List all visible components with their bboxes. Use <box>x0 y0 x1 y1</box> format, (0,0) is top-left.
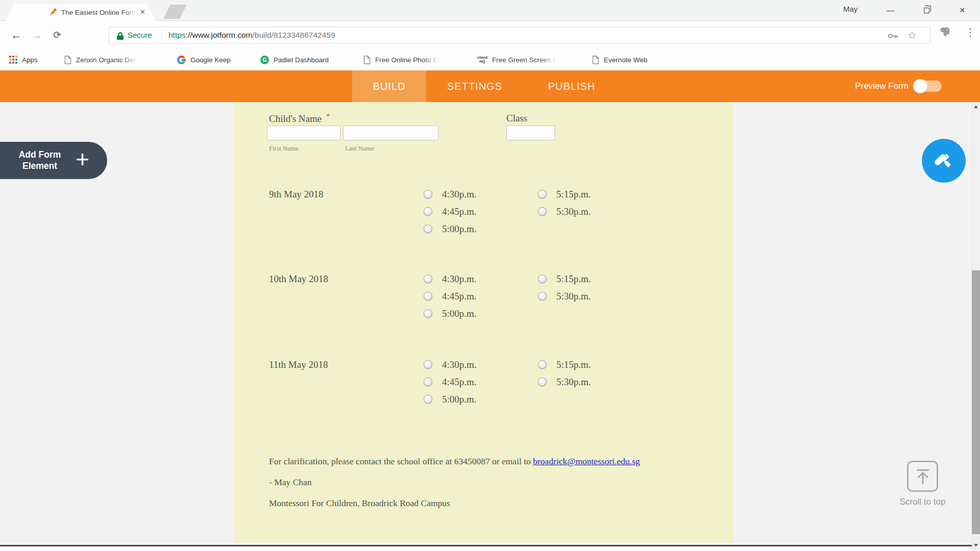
radio-option-label[interactable]: 5:15p.m. <box>556 186 591 203</box>
tab-close-icon[interactable]: ✕ <box>140 8 145 16</box>
chrome-menu-icon[interactable]: ⋮ <box>965 26 975 38</box>
radio-option-label[interactable]: 4:45p.m. <box>442 288 477 305</box>
evernote-extension-icon[interactable] <box>938 26 951 38</box>
paint-roller-icon <box>932 148 956 173</box>
scroll-to-top-button[interactable] <box>907 461 938 492</box>
jotform-pencil-favicon-icon <box>48 8 58 17</box>
titlebar: The Easiest Online Form B ✕ May — ✕ <box>0 0 980 21</box>
radio-option-label[interactable]: 5:15p.m. <box>556 356 591 373</box>
browser-tab[interactable]: The Easiest Online Form B ✕ <box>5 4 156 21</box>
class-input[interactable] <box>506 126 555 140</box>
radio-option-label[interactable]: 5:15p.m. <box>556 270 591 288</box>
url-text: https://www.jotform.com/build/8123348674… <box>168 31 335 40</box>
bookmark-google-keep[interactable]: Google Keep <box>177 53 231 67</box>
address-bar[interactable]: Secure https://www.jotform.com/build/812… <box>109 27 930 44</box>
bookmark-label: Zenxin Organic Deliv <box>76 56 140 64</box>
bookmark-label: Google Keep <box>190 56 231 64</box>
radio-9may-530[interactable] <box>538 207 547 216</box>
bookmark-evernote-web[interactable]: Evernote Web <box>592 53 647 67</box>
radio-option-label[interactable]: 5:30p.m. <box>556 288 591 305</box>
radio-11may-515[interactable] <box>538 360 547 369</box>
radio-11may-530[interactable] <box>538 378 547 386</box>
back-icon[interactable]: ← <box>8 27 24 43</box>
add-form-element-label: Add Form Element <box>7 149 72 172</box>
last-name-sublabel: Last Name <box>345 144 374 153</box>
toggle-knob <box>913 79 927 93</box>
reload-icon[interactable]: ⟳ <box>49 27 65 43</box>
bookmark-zenxin[interactable]: Zenxin Organic Deliv <box>64 53 140 67</box>
radio-10may-445[interactable] <box>424 292 432 300</box>
form-designer-button[interactable] <box>922 139 966 183</box>
saved-password-key-icon[interactable] <box>888 33 898 39</box>
minimize-button[interactable]: — <box>879 0 902 20</box>
bookmarks-bar: Apps Zenxin Organic Deliv Google Keep G … <box>0 49 980 70</box>
scrollbar-thumb[interactable] <box>972 270 980 534</box>
preview-form-label: Preview Form <box>845 70 909 102</box>
radio-option-label[interactable]: 5:30p.m. <box>556 203 591 220</box>
bookmark-label: Evernote Web <box>604 56 647 64</box>
name-field-label: Child's Name* <box>269 113 330 124</box>
url-path: /build/81233486742459 <box>253 31 335 39</box>
secure-lock-icon <box>117 32 124 40</box>
page-icon <box>363 56 371 64</box>
bookmark-label: Apps <box>22 56 38 64</box>
restore-icon <box>924 8 929 13</box>
radio-11may-445[interactable] <box>424 378 432 386</box>
bookmark-label: Padlet Dashboard <box>274 56 329 64</box>
first-name-input[interactable] <box>267 126 340 140</box>
radio-option-label[interactable]: 5:00p.m. <box>442 391 477 408</box>
scrollbar-up-icon[interactable] <box>974 105 978 108</box>
radio-11may-500[interactable] <box>424 395 432 404</box>
tab-build[interactable]: BUILD <box>352 70 426 102</box>
arrow-up-icon <box>914 467 932 486</box>
google-g-icon <box>177 56 186 64</box>
close-button[interactable]: ✕ <box>950 0 974 20</box>
footer-contact-line: For clarification, please contact the sc… <box>269 456 640 467</box>
forward-icon[interactable]: → <box>29 27 45 43</box>
radio-option-label[interactable]: 4:30p.m. <box>442 356 477 373</box>
last-name-input[interactable] <box>343 126 438 140</box>
url-host: ://www.jotform.com <box>186 31 253 39</box>
tab-title: The Easiest Online Form B <box>61 9 138 16</box>
restore-button[interactable] <box>915 0 938 20</box>
bookmark-label: Free Green Screen Pl <box>492 56 559 64</box>
add-form-element-button[interactable]: Add Form Element + <box>0 142 107 179</box>
radio-10may-500[interactable] <box>424 309 432 318</box>
profile-name[interactable]: May <box>843 5 857 13</box>
radio-option-label[interactable]: 5:00p.m. <box>442 220 477 238</box>
bookmark-star-icon[interactable]: ☆ <box>908 29 917 41</box>
bookmark-padlet[interactable]: G Padlet Dashboard <box>260 53 329 67</box>
browser-toolbar: ← → ⟳ Secure https://www.jotform.com/bui… <box>0 21 980 49</box>
required-asterisk: * <box>326 113 330 120</box>
radio-9may-515[interactable] <box>538 190 547 198</box>
radio-9may-445[interactable] <box>424 207 432 216</box>
tab-settings[interactable]: SETTINGS <box>426 70 523 102</box>
radio-option-label[interactable]: 4:30p.m. <box>442 270 477 288</box>
new-tab-button[interactable] <box>163 5 187 19</box>
plus-icon: + <box>76 145 89 173</box>
scroll-to-top-label: Scroll to top <box>888 497 957 507</box>
radio-option-label[interactable]: 4:45p.m. <box>442 373 477 391</box>
scrollbar-down-icon[interactable] <box>974 544 978 547</box>
preview-form-toggle[interactable] <box>916 81 942 92</box>
browser-window: The Easiest Online Form B ✕ May — ✕ ← → … <box>0 0 980 551</box>
page-icon <box>64 56 71 64</box>
bookmark-green-screen[interactable]: cloudHQ Free Green Screen Pl <box>477 53 559 67</box>
radio-10may-530[interactable] <box>538 292 547 300</box>
apps-shortcut[interactable]: Apps <box>9 53 38 67</box>
radio-10may-430[interactable] <box>424 274 432 283</box>
radio-option-label[interactable]: 4:30p.m. <box>442 186 477 203</box>
radio-option-label[interactable]: 4:45p.m. <box>442 203 477 220</box>
tab-publish[interactable]: PUBLISH <box>523 70 620 102</box>
bookmark-photo-editor[interactable]: Free Online Photo Ed <box>363 53 442 67</box>
radio-9may-500[interactable] <box>424 224 432 233</box>
radio-11may-430[interactable] <box>424 360 432 369</box>
radio-10may-515[interactable] <box>538 274 547 283</box>
radio-option-label[interactable]: 5:30p.m. <box>556 373 591 391</box>
url-scheme: https <box>168 31 186 39</box>
form-canvas: Child's Name* First Name Last Name Class… <box>234 102 733 542</box>
radio-9may-430[interactable] <box>424 190 432 198</box>
radio-group-9-may: 9th May 2018 4:30p.m. 5:15p.m. 4:45p.m. … <box>269 185 718 242</box>
email-link[interactable]: broadrick@montessori.edu.sg <box>533 456 640 466</box>
radio-option-label[interactable]: 5:00p.m. <box>442 305 477 322</box>
